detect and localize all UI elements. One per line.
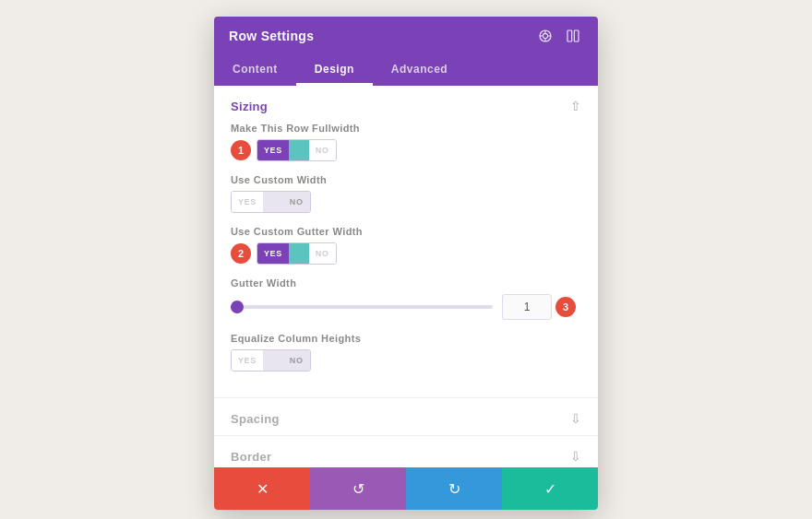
equalize-column-heights-toggle[interactable]: YES NO (231, 349, 311, 372)
toggle-yes-label: YES (257, 243, 289, 264)
columns-icon[interactable] (563, 26, 583, 46)
toggle-no-label: NO (283, 192, 310, 212)
equalize-column-heights-toggle-wrap: YES NO (231, 349, 581, 372)
svg-rect-6 (567, 30, 572, 41)
toggle-thumb (289, 140, 309, 160)
custom-width-toggle[interactable]: YES NO (231, 191, 311, 213)
custom-gutter-width-toggle[interactable]: YES NO (257, 242, 337, 265)
toggle-no-label: NO (309, 140, 336, 160)
badge-3: 3 (555, 297, 576, 317)
gutter-width-setting: Gutter Width 3 (231, 277, 581, 320)
border-title: Border (231, 450, 271, 464)
toggle-thumb (289, 243, 309, 264)
svg-rect-7 (574, 30, 579, 41)
toggle-yes-label: YES (232, 192, 263, 212)
gutter-width-input[interactable] (502, 294, 552, 320)
modal-content: Sizing ⇧ Make This Row Fullwidth 1 YES N… (214, 86, 598, 510)
sizing-body: Make This Row Fullwidth 1 YES NO Us (214, 123, 598, 397)
spacing-chevron-down: ⇩ (570, 411, 581, 426)
sizing-chevron-up: ⇧ (570, 99, 581, 113)
border-chevron-down: ⇩ (570, 449, 581, 464)
target-icon[interactable] (535, 26, 555, 46)
svg-point-1 (543, 33, 547, 38)
custom-gutter-width-setting: Use Custom Gutter Width 2 YES NO (231, 226, 581, 265)
toggle-no-label: NO (309, 243, 336, 264)
gutter-width-label: Gutter Width (231, 277, 581, 289)
undo-button[interactable]: ↺ (310, 467, 406, 510)
modal-title: Row Settings (229, 29, 314, 43)
modal-header: Row Settings (214, 17, 598, 55)
cancel-button[interactable]: ✕ (214, 467, 310, 510)
save-button[interactable]: ✓ (502, 467, 598, 510)
modal-overlay: Row Settings Content Design Advanced Siz… (0, 0, 812, 519)
gutter-width-slider-row: 3 (231, 294, 581, 320)
tab-design[interactable]: Design (296, 55, 373, 86)
toggle-no-label: NO (283, 350, 310, 371)
gutter-width-slider[interactable] (231, 305, 493, 309)
make-row-fullwidth-toggle[interactable]: YES NO (257, 139, 337, 161)
tab-advanced[interactable]: Advanced (373, 55, 466, 86)
equalize-column-heights-setting: Equalize Column Heights YES NO (231, 333, 581, 372)
spacing-section: Spacing ⇩ (214, 398, 598, 436)
sizing-section-header[interactable]: Sizing ⇧ (214, 86, 598, 123)
slider-input-wrap: 3 (502, 294, 581, 320)
redo-button[interactable]: ↻ (406, 467, 502, 510)
sizing-title: Sizing (231, 100, 268, 113)
spacing-section-header[interactable]: Spacing ⇩ (214, 398, 598, 435)
header-icons (535, 26, 583, 46)
make-row-fullwidth-toggle-wrap: 1 YES NO (231, 139, 581, 161)
tab-content[interactable]: Content (214, 55, 296, 86)
custom-width-setting: Use Custom Width YES NO (231, 174, 581, 213)
custom-gutter-width-toggle-wrap: 2 YES NO (231, 242, 581, 265)
tabs: Content Design Advanced (214, 55, 598, 86)
toggle-yes-label: YES (232, 350, 263, 371)
action-bar: ✕ ↺ ↻ ✓ (214, 467, 598, 510)
badge-1: 1 (231, 140, 251, 160)
custom-gutter-width-label: Use Custom Gutter Width (231, 226, 581, 237)
badge-2: 2 (231, 243, 251, 264)
spacing-title: Spacing (231, 412, 280, 426)
custom-width-toggle-wrap: YES NO (231, 191, 581, 213)
row-settings-modal: Row Settings Content Design Advanced Siz… (214, 17, 598, 510)
make-row-fullwidth-setting: Make This Row Fullwidth 1 YES NO (231, 123, 581, 161)
custom-width-label: Use Custom Width (231, 174, 581, 185)
sizing-section: Sizing ⇧ Make This Row Fullwidth 1 YES N… (214, 86, 598, 398)
toggle-yes-label: YES (257, 140, 289, 160)
toggle-thumb (263, 192, 283, 212)
make-row-fullwidth-label: Make This Row Fullwidth (231, 123, 581, 134)
equalize-column-heights-label: Equalize Column Heights (231, 333, 581, 344)
toggle-thumb (263, 350, 283, 371)
